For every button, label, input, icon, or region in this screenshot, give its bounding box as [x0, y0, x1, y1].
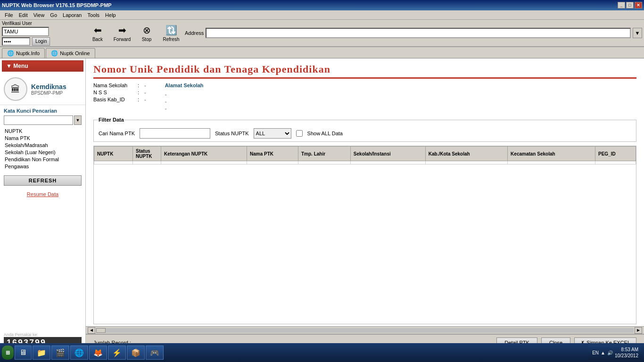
tab-nuptk-info[interactable]: 🌐 Nuptk.Info — [2, 48, 45, 58]
page-title: Nomor Unik Pendidik dan Tenaga Kependidi… — [86, 58, 644, 77]
status-select[interactable]: ALL Aktif Non Aktif — [254, 128, 291, 139]
verifikasi-label: Verifikasi User — [2, 21, 82, 26]
nama-sekolah-value: - — [144, 82, 146, 88]
data-table-container[interactable]: NUPTK Status NUPTK Keterangan NUPTK Nama… — [93, 146, 636, 324]
search-item-pengawas[interactable]: Pengawas — [4, 163, 82, 170]
sidebar-refresh-button[interactable]: REFRESH — [4, 175, 82, 186]
search-item-nuptk[interactable]: NUPTK — [4, 128, 82, 134]
menu-edit[interactable]: Edit — [16, 11, 31, 19]
user-row — [2, 27, 82, 36]
search-item-nama-ptk[interactable]: Nama PTK — [4, 135, 82, 141]
tab-nuptk-online[interactable]: 🌐 Nuptk Online — [46, 48, 95, 58]
clock-date: 10/23/2012 — [615, 353, 638, 359]
col-peg-id: PEG_ID — [595, 147, 636, 161]
search-input[interactable] — [4, 115, 73, 125]
nama-sekolah-label: Nama Sekolah — [93, 82, 136, 88]
scroll-thumb[interactable] — [96, 328, 106, 333]
horizontal-scrollbar[interactable]: ◀ ▶ — [86, 326, 644, 334]
refresh-button[interactable]: 🔃 Refresh — [159, 21, 183, 45]
taskbar-item-3[interactable]: 🎬 — [51, 346, 69, 360]
sidebar: ▼ Menu 🏛 Kemdiknas BPSDMP-PMP Kata Kunci… — [0, 58, 86, 351]
alamat-value1: - — [165, 91, 167, 97]
search-dropdown[interactable]: ▼ — [74, 115, 82, 125]
taskbar-item-6[interactable]: ⚡ — [108, 346, 126, 360]
login-button[interactable]: Login — [32, 37, 50, 46]
search-row: ▼ — [0, 115, 85, 126]
info-nss: N S S : - — [93, 90, 146, 95]
taskbar-icon-2: 📁 — [37, 348, 46, 357]
menu-view[interactable]: View — [31, 11, 48, 19]
password-input[interactable] — [2, 37, 30, 46]
nav-buttons: ⬅ Back ➡ Forward ⊗ Stop 🔃 Refresh — [86, 21, 183, 45]
col-tmp-lahir: Tmp. Lahir — [298, 147, 350, 161]
start-button[interactable]: ⊞ — [2, 346, 14, 360]
search-list: NUPTK Nama PTK Sekolah/Madrasah Sekolah … — [0, 126, 85, 172]
taskbar-item-8[interactable]: 🎮 — [146, 346, 164, 360]
search-item-pendidikan-non-formal[interactable]: Pendidikan Non Formal — [4, 156, 82, 163]
menu-button-label: ▼ Menu — [6, 63, 28, 69]
back-button[interactable]: ⬅ Back — [86, 21, 109, 45]
forward-button[interactable]: ➡ Forward — [110, 21, 134, 45]
window-controls: _ □ ✕ — [618, 2, 642, 8]
user-id-label: Anda Pemakai ke: — [4, 332, 82, 337]
resume-data-link[interactable]: Resume Data — [0, 189, 85, 199]
col-status-nuptk: Status NUPTK — [133, 147, 161, 161]
scroll-left-btn[interactable]: ◀ — [88, 327, 95, 334]
cari-label: Cari Nama PTK — [99, 131, 135, 136]
logo-area: 🏛 Kemdiknas BPSDMP-PMP — [0, 74, 85, 105]
stop-button[interactable]: ⊗ Stop — [135, 21, 158, 45]
taskbar-icon-6: ⚡ — [112, 348, 122, 357]
taskbar-icon-8: 🎮 — [150, 348, 159, 357]
password-row: Login — [2, 37, 82, 46]
logo-sub: BPSDMP-PMP — [31, 90, 66, 96]
minimize-button[interactable]: _ — [618, 2, 625, 8]
col-nuptk: NUPTK — [94, 147, 133, 161]
tray-icon-1: ▲ — [601, 350, 605, 355]
table-row-empty — [94, 161, 636, 165]
menu-tools[interactable]: Tools — [84, 11, 102, 19]
menu-button[interactable]: ▼ Menu — [2, 60, 83, 72]
search-item-sekolah-madrasah[interactable]: Sekolah/Madrasah — [4, 142, 82, 148]
menu-file[interactable]: File — [2, 11, 16, 19]
filter-legend: Filter Data — [99, 117, 124, 123]
show-all-checkbox[interactable] — [296, 130, 303, 137]
maximize-button[interactable]: □ — [626, 2, 634, 8]
menu-help[interactable]: Help — [102, 11, 119, 19]
back-icon: ⬅ — [94, 25, 102, 36]
filter-section: Filter Data Cari Nama PTK Status NUPTK A… — [93, 117, 636, 142]
colon3: : — [138, 97, 142, 102]
search-item-sekolah-luar-negeri[interactable]: Sekolah (Luar Negeri) — [4, 149, 82, 156]
start-icon: ⊞ — [6, 350, 10, 356]
alamat-header: Alamat Sekolah — [165, 82, 204, 88]
main-layout: ▼ Menu 🏛 Kemdiknas BPSDMP-PMP Kata Kunci… — [0, 58, 644, 351]
username-input[interactable] — [2, 27, 49, 36]
scroll-right-btn[interactable]: ▶ — [635, 327, 642, 334]
nuptk-online-icon: 🌐 — [51, 50, 58, 57]
cari-input[interactable] — [140, 128, 210, 139]
taskbar-item-1[interactable]: 🖥 — [15, 346, 32, 360]
address-input[interactable] — [206, 28, 631, 38]
taskbar-item-4[interactable]: 🌐 — [70, 346, 88, 360]
alamat-value2: - — [165, 99, 167, 104]
close-button[interactable]: ✕ — [635, 2, 642, 8]
stop-label: Stop — [142, 37, 152, 42]
taskbar-item-5[interactable]: 🦊 — [89, 346, 107, 360]
taskbar-item-7[interactable]: 📦 — [127, 346, 145, 360]
scroll-track[interactable] — [96, 328, 634, 333]
taskbar-icon-5: 🦊 — [93, 348, 103, 357]
clock-time: 8:53 AM — [615, 346, 638, 353]
taskbar-icon-1: 🖥 — [19, 348, 27, 357]
address-dropdown[interactable]: ▼ — [633, 28, 642, 38]
toolbar: Verifikasi User Login ⬅ Back ➡ Forward ⊗… — [0, 20, 644, 47]
logo-text-area: Kemdiknas BPSDMP-PMP — [31, 83, 66, 96]
address-bar: Address ▼ — [185, 28, 642, 38]
taskbar-icon-7: 📦 — [131, 348, 140, 357]
menu-go[interactable]: Go — [47, 11, 60, 19]
taskbar-item-2[interactable]: 📁 — [33, 346, 50, 360]
info-nama-sekolah: Nama Sekolah : - — [93, 82, 146, 88]
nss-label: N S S — [93, 90, 136, 95]
alamat-value3: - — [165, 106, 167, 111]
show-all-label: Show ALL Data — [307, 131, 343, 136]
menu-laporan[interactable]: Laporan — [60, 11, 84, 19]
colon1: : — [138, 82, 142, 88]
